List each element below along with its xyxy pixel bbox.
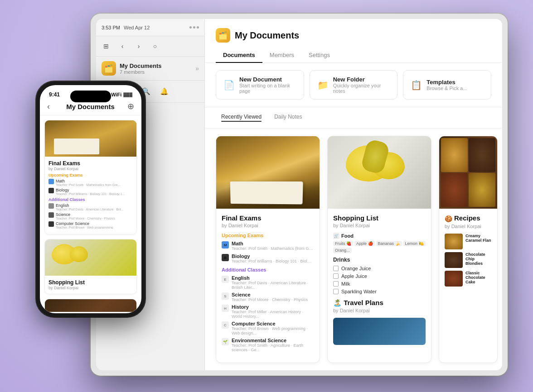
iphone-math-icon xyxy=(48,179,54,184)
workspace-members: 7 members xyxy=(120,69,192,75)
biology-subject: Biology xyxy=(232,253,313,259)
final-exams-author: by Daniel Korpai xyxy=(222,223,314,228)
math-subject: Math xyxy=(232,241,313,246)
final-exams-body: Final Exams by Daniel Korpai Upcoming Ex… xyxy=(216,209,320,363)
recipes-emoji: 🍪 xyxy=(445,215,452,222)
class-english-info: English Teacher: Prof Davis · American L… xyxy=(232,275,314,290)
class-science: S Science Teacher: Prof Moore · Chemistr… xyxy=(222,292,314,302)
iphone-card-shopping[interactable]: Shopping List by Daniel Korpai xyxy=(44,239,137,294)
page-title: My Documents xyxy=(235,30,299,41)
iphone-cs-icon xyxy=(48,221,54,227)
recipe-cake-name: Classic Chocolate Cake xyxy=(465,271,492,287)
iphone-class-science: Science Teacher: Prof Moore · Chemistry … xyxy=(48,212,133,220)
drink-aj: Apple Juice xyxy=(333,273,426,279)
shopping-list-author: by Daniel Korpai xyxy=(333,223,426,228)
science-icon: S xyxy=(222,292,229,300)
iphone-science-icon xyxy=(48,212,54,218)
tab-members[interactable]: Members xyxy=(262,48,301,63)
iphone-shopping-author: by Daniel Korpai xyxy=(48,286,133,290)
doc-card-recipes[interactable]: 🍪 Recipes by Daniel Korpai Creamy Carame… xyxy=(439,136,498,363)
travel-image-preview xyxy=(333,318,426,345)
checkbox-sparkling xyxy=(333,289,339,294)
new-document-title: New Document xyxy=(239,76,296,83)
ipad-time: 3:53 PM xyxy=(102,25,120,30)
class-env-info: Environmental Science Teacher: Prof Smit… xyxy=(232,338,314,352)
food-tag-bananas: Bananas 🍌 xyxy=(376,241,402,246)
nav-forward-icon[interactable]: › xyxy=(132,40,145,53)
history-detail: Teacher: Prof Miller · American History … xyxy=(232,310,314,319)
doc-card-final-exams[interactable]: Final Exams by Daniel Korpai Upcoming Ex… xyxy=(216,136,320,363)
main-tabs: Documents Members Settings xyxy=(216,48,491,62)
shopping-list-image xyxy=(328,136,431,209)
food-section: 🛒 Food Fruits 🍓 Apple 🍎 Bananas 🍌 Lemon … xyxy=(333,233,426,253)
templates-subtitle: Browse & Pick a... xyxy=(426,86,467,91)
iphone-exam-biology: Biology Teacher: Prof Williams · Biology… xyxy=(48,188,133,196)
ipad-main: 🗂️ My Documents Documents Members Settin… xyxy=(205,19,502,370)
new-document-card[interactable]: 📄 New Document Start writing on a blank … xyxy=(216,70,304,100)
checkbox-aj xyxy=(333,273,339,279)
nav-back-icon[interactable]: ‹ xyxy=(116,40,129,53)
history-icon: H xyxy=(222,305,229,312)
sidebar-toggle-icon[interactable]: ⊞ xyxy=(100,40,112,53)
filter-daily-notes[interactable]: Daily Notes xyxy=(269,112,307,124)
wifi-icon: WiFi xyxy=(111,92,121,97)
doc-card-shopping-list[interactable]: Shopping List by Daniel Korpai 🛒 Food Fr… xyxy=(327,136,431,363)
english-detail: Teacher: Prof Davis · American Literatur… xyxy=(232,281,314,290)
iphone-science-detail: Teacher: Prof Moore · Chemistry · Physic… xyxy=(56,217,115,220)
workspace-name: My Documents xyxy=(120,62,192,69)
iphone-math-info: Math Teacher: Prof Smith · Mathematics f… xyxy=(56,179,120,186)
upcoming-exams-label: Upcoming Exams xyxy=(222,233,314,238)
iphone-cs-info: Computer Science Teacher: Prof Brown · W… xyxy=(56,221,113,229)
food-tags: Fruits 🍓 Apple 🍎 Bananas 🍌 Lemon 🍋 Orang… xyxy=(333,241,426,253)
templates-title: Templates xyxy=(426,79,467,86)
drink-sparkling: Sparkling Water xyxy=(333,289,426,294)
new-folder-card[interactable]: 📁 New Folder Quickly organize your notes xyxy=(310,70,398,100)
new-document-info: New Document Start writing on a blank pa… xyxy=(239,76,296,94)
ipad-device: 3:53 PM Wed Apr 12 ⊞ ‹ › ○ 🗂️ My Docu xyxy=(91,14,508,376)
tab-documents[interactable]: Documents xyxy=(216,48,262,63)
iphone-back-button[interactable]: ‹ xyxy=(47,102,50,111)
iphone-shopping-title: Shopping List xyxy=(48,279,133,286)
iphone-device: 9:41 ▲▲▲ WiFi ▓▓▓ ‹ My Documents ⊕ xyxy=(36,81,145,317)
recipe-blondies: Chocolate Chip Blondies xyxy=(445,252,492,268)
filter-recently-viewed[interactable]: Recently Viewed xyxy=(216,112,267,124)
dot1 xyxy=(189,26,192,29)
iphone-more-button[interactable]: ⊕ xyxy=(127,101,134,111)
iphone-card-recipes[interactable]: 🍪 Recipes by Daniel Korpai xyxy=(44,299,137,312)
workspace-header[interactable]: 🗂️ My Documents 7 members » xyxy=(96,57,204,81)
ipad-screen: 3:53 PM Wed Apr 12 ⊞ ‹ › ○ 🗂️ My Docu xyxy=(96,19,502,370)
iphone-card-final-exams[interactable]: Final Exams by Daniel Korpai Upcoming Ex… xyxy=(44,120,137,234)
cs-icon: C xyxy=(222,321,229,329)
iphone-shopping-body: Shopping List by Daniel Korpai xyxy=(45,276,136,294)
recipes-image xyxy=(439,136,497,209)
iphone-additional-label: Additional Classes xyxy=(48,197,133,202)
class-science-info: Science Teacher: Prof Moore · Chemistry … xyxy=(232,292,308,302)
action-cards: 📄 New Document Start writing on a blank … xyxy=(205,63,502,107)
drink-milk-label: Milk xyxy=(341,281,350,287)
final-exams-image xyxy=(216,136,320,209)
biology-icon: B xyxy=(222,254,229,261)
recipe-flan: Creamy Caramel Flan xyxy=(445,234,492,249)
dot2 xyxy=(193,26,195,29)
iphone-science-info: Science Teacher: Prof Moore · Chemistry … xyxy=(56,212,115,220)
env-name: Environmental Science xyxy=(232,338,314,343)
drink-aj-label: Apple Juice xyxy=(341,273,367,279)
tab-settings[interactable]: Settings xyxy=(301,48,337,63)
iphone-biology-detail: Teacher: Prof Williams · Biology 101 · B… xyxy=(56,192,125,196)
iphone-english-info: English Teacher: Prof Davis · American L… xyxy=(56,203,124,211)
env-icon: 🌱 xyxy=(222,338,229,345)
workspace-avatar: 🗂️ xyxy=(102,61,116,76)
iphone-time: 9:41 xyxy=(49,91,60,98)
food-icon: 🛒 xyxy=(333,233,339,239)
main-title-icon: 🗂️ xyxy=(216,28,230,43)
iphone-math-name: Math xyxy=(56,179,120,183)
math-detail: Teacher: Prof Smith · Mathematics (from … xyxy=(232,246,313,251)
food-tag-apple: Apple 🍎 xyxy=(354,241,375,246)
nav-clock-icon[interactable]: ○ xyxy=(149,40,161,53)
iphone-final-exams-title: Final Exams xyxy=(48,160,133,167)
iphone-lemon-image xyxy=(45,239,136,276)
iphone-content[interactable]: Final Exams by Daniel Korpai Upcoming Ex… xyxy=(40,115,141,312)
templates-card[interactable]: 📋 Templates Browse & Pick a... xyxy=(403,70,491,100)
sidebar-bell-btn[interactable]: 🔔 xyxy=(156,84,172,99)
history-name: History xyxy=(232,304,314,310)
